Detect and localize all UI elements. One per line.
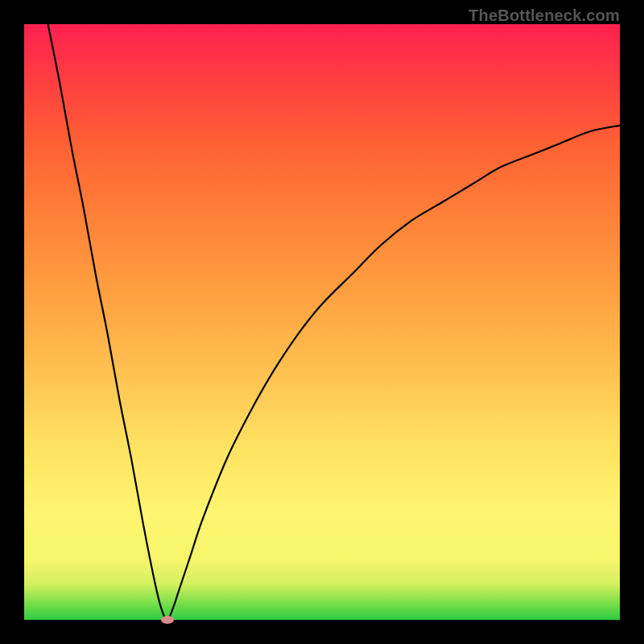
bottleneck-curve (24, 24, 620, 620)
curve-minimum-marker (161, 616, 174, 624)
plot-area (24, 24, 620, 620)
chart-frame: TheBottleneck.com (0, 0, 644, 644)
watermark-text: TheBottleneck.com (469, 6, 620, 25)
